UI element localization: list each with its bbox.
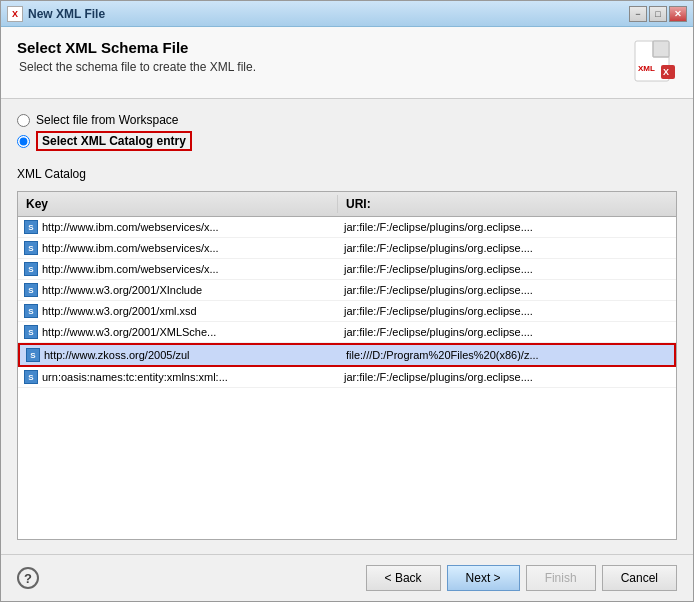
back-button[interactable]: < Back: [366, 565, 441, 591]
table-cell-uri: jar:file:/F:/eclipse/plugins/org.eclipse…: [338, 220, 676, 234]
schema-icon: S: [24, 283, 38, 297]
xml-file-icon: XML X: [633, 39, 677, 83]
radio-workspace[interactable]: Select file from Workspace: [17, 113, 677, 127]
titlebar-controls: − □ ✕: [629, 6, 687, 22]
cancel-button[interactable]: Cancel: [602, 565, 677, 591]
radio-catalog-box: Select XML Catalog entry: [36, 131, 192, 151]
table-cell-key: S http://www.ibm.com/webservices/x...: [18, 240, 338, 256]
table-row[interactable]: S http://www.w3.org/2001/XInclude jar:fi…: [18, 280, 676, 301]
catalog-section-label: XML Catalog: [17, 167, 677, 181]
schema-icon: S: [24, 220, 38, 234]
finish-button[interactable]: Finish: [526, 565, 596, 591]
header-description: Select the schema file to create the XML…: [19, 60, 677, 74]
schema-icon: S: [24, 325, 38, 339]
maximize-button[interactable]: □: [649, 6, 667, 22]
table-header: Key URI:: [18, 192, 676, 217]
xml-catalog-table: Key URI: S http://www.ibm.com/webservice…: [17, 191, 677, 540]
table-row-selected[interactable]: S http://www.zkoss.org/2005/zul file:///…: [18, 343, 676, 367]
table-cell-uri: jar:file:/F:/eclipse/plugins/org.eclipse…: [338, 283, 676, 297]
table-cell-key: S http://www.ibm.com/webservices/x...: [18, 261, 338, 277]
window-icon: X: [7, 6, 23, 22]
radio-catalog-input[interactable]: [17, 135, 30, 148]
footer: ? < Back Next > Finish Cancel: [1, 554, 693, 601]
svg-text:XML: XML: [638, 64, 655, 73]
footer-buttons: < Back Next > Finish Cancel: [366, 565, 677, 591]
radio-catalog-label: Select XML Catalog entry: [42, 134, 186, 148]
schema-icon: S: [24, 241, 38, 255]
titlebar-left: X New XML File: [7, 6, 105, 22]
footer-left: ?: [17, 567, 39, 589]
close-button[interactable]: ✕: [669, 6, 687, 22]
table-cell-key: S http://www.zkoss.org/2005/zul: [20, 347, 340, 363]
table-cell-key: S http://www.w3.org/2001/xml.xsd: [18, 303, 338, 319]
minimize-button[interactable]: −: [629, 6, 647, 22]
header-title: Select XML Schema File: [17, 39, 677, 56]
titlebar: X New XML File − □ ✕: [1, 1, 693, 27]
table-row[interactable]: S http://www.ibm.com/webservices/x... ja…: [18, 259, 676, 280]
table-cell-uri: jar:file:/F:/eclipse/plugins/org.eclipse…: [338, 241, 676, 255]
table-cell-uri: file:///D:/Program%20Files%20(x86)/z...: [340, 348, 674, 362]
svg-text:X: X: [663, 67, 669, 77]
col-header-key: Key: [18, 195, 338, 213]
radio-workspace-input[interactable]: [17, 114, 30, 127]
schema-icon: S: [24, 304, 38, 318]
table-cell-key: S http://www.ibm.com/webservices/x...: [18, 219, 338, 235]
radio-workspace-label: Select file from Workspace: [36, 113, 179, 127]
table-row[interactable]: S urn:oasis:names:tc:entity:xmlns:xml:..…: [18, 367, 676, 388]
schema-icon: S: [24, 370, 38, 384]
table-row[interactable]: S http://www.ibm.com/webservices/x... ja…: [18, 217, 676, 238]
table-cell-uri: jar:file:/F:/eclipse/plugins/org.eclipse…: [338, 262, 676, 276]
schema-icon: S: [24, 262, 38, 276]
table-body: S http://www.ibm.com/webservices/x... ja…: [18, 217, 676, 539]
col-header-uri: URI:: [338, 195, 676, 213]
table-cell-uri: jar:file:/F:/eclipse/plugins/org.eclipse…: [338, 325, 676, 339]
table-cell-key: S urn:oasis:names:tc:entity:xmlns:xml:..…: [18, 369, 338, 385]
next-button[interactable]: Next >: [447, 565, 520, 591]
radio-group: Select file from Workspace Select XML Ca…: [17, 113, 677, 151]
header-section: XML X Select XML Schema File Select the …: [1, 27, 693, 99]
table-cell-key: S http://www.w3.org/2001/XMLSche...: [18, 324, 338, 340]
table-row[interactable]: S http://www.ibm.com/webservices/x... ja…: [18, 238, 676, 259]
svg-rect-1: [653, 41, 669, 57]
help-button[interactable]: ?: [17, 567, 39, 589]
schema-icon: S: [26, 348, 40, 362]
window-title: New XML File: [28, 7, 105, 21]
table-cell-key: S http://www.w3.org/2001/XInclude: [18, 282, 338, 298]
table-cell-uri: jar:file:/F:/eclipse/plugins/org.eclipse…: [338, 304, 676, 318]
main-window: X New XML File − □ ✕ XML X Select XML Sc…: [0, 0, 694, 602]
table-row[interactable]: S http://www.w3.org/2001/xml.xsd jar:fil…: [18, 301, 676, 322]
table-row[interactable]: S http://www.w3.org/2001/XMLSche... jar:…: [18, 322, 676, 343]
main-content: Select file from Workspace Select XML Ca…: [1, 99, 693, 554]
radio-catalog-wrapper: Select XML Catalog entry: [17, 131, 677, 151]
table-cell-uri: jar:file:/F:/eclipse/plugins/org.eclipse…: [338, 370, 676, 384]
